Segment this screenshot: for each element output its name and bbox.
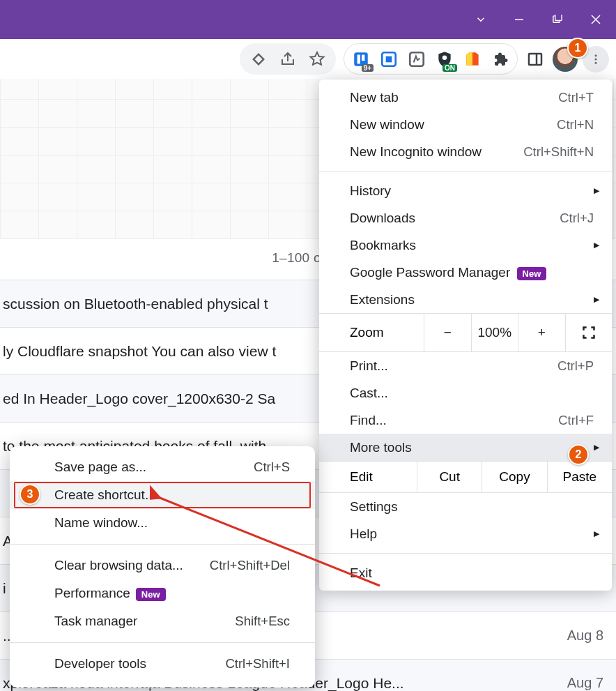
svg-point-14 xyxy=(595,61,597,63)
svg-rect-10 xyxy=(529,54,541,65)
menu-bookmarks[interactable]: Bookmarks xyxy=(319,231,612,259)
callout-3: 3 xyxy=(20,484,40,505)
new-badge: New xyxy=(517,267,547,280)
submenu-performance[interactable]: PerformanceNew xyxy=(10,579,315,607)
submenu-create-shortcut[interactable]: Create shortcut... xyxy=(10,481,315,509)
tab-search-button[interactable] xyxy=(461,6,500,33)
extension-3-icon[interactable] xyxy=(404,47,429,72)
submenu-developer-tools[interactable]: Developer toolsCtrl+Shift+I xyxy=(10,650,315,678)
extension-4-icon[interactable]: ON xyxy=(432,47,457,72)
extension-1-icon[interactable]: 9+ xyxy=(348,47,374,72)
callout-2: 2 xyxy=(568,444,589,465)
extension-2-icon[interactable] xyxy=(376,47,401,72)
menu-new-incognito[interactable]: New Incognito windowCtrl+Shift+N xyxy=(319,138,612,165)
svg-point-12 xyxy=(595,54,597,56)
menu-zoom-row: Zoom − 100% + xyxy=(319,313,612,352)
chrome-main-menu: New tabCtrl+T New windowCtrl+N New Incog… xyxy=(319,79,612,591)
minimize-button[interactable] xyxy=(500,6,538,33)
zoom-out-button[interactable]: − xyxy=(424,314,471,351)
svg-rect-4 xyxy=(357,54,360,63)
zoom-value: 100% xyxy=(471,314,518,351)
submenu-save-page[interactable]: Save page as...Ctrl+S xyxy=(10,453,315,481)
submenu-name-window[interactable]: Name window... xyxy=(10,509,315,537)
extension-1-badge: 9+ xyxy=(362,64,374,72)
menu-history[interactable]: History xyxy=(319,177,612,204)
fullscreen-icon xyxy=(582,326,596,340)
cut-button[interactable]: Cut xyxy=(417,462,482,492)
omnibox-action-cluster xyxy=(240,43,336,75)
submenu-task-manager[interactable]: Task managerShift+Esc xyxy=(10,607,315,635)
zoom-in-button[interactable]: + xyxy=(518,314,565,351)
menu-find[interactable]: Find...Ctrl+F xyxy=(319,407,612,434)
window-titlebar xyxy=(0,0,616,39)
menu-password-manager[interactable]: Google Password Manager New xyxy=(319,259,612,286)
more-vertical-icon xyxy=(590,53,602,66)
chevron-down-icon xyxy=(475,13,487,26)
side-panel-icon[interactable] xyxy=(523,47,548,72)
bookmark-star-icon[interactable] xyxy=(304,46,330,73)
menu-new-window[interactable]: New windowCtrl+N xyxy=(319,111,612,138)
menu-exit[interactable]: Exit xyxy=(319,559,612,586)
svg-rect-1 xyxy=(555,15,562,20)
fullscreen-button[interactable] xyxy=(565,314,613,351)
maximize-button[interactable] xyxy=(538,6,576,33)
svg-point-9 xyxy=(442,55,447,60)
menu-cast[interactable]: Cast... xyxy=(319,379,612,407)
menu-extensions[interactable]: Extensions xyxy=(319,286,612,313)
maximize-icon xyxy=(552,15,562,25)
extensions-cluster: 9+ ON xyxy=(344,43,518,75)
new-badge: New xyxy=(136,588,166,601)
minimize-icon xyxy=(514,15,524,24)
menu-print[interactable]: Print...Ctrl+P xyxy=(319,352,612,379)
menu-downloads[interactable]: DownloadsCtrl+J xyxy=(319,204,612,231)
extension-4-badge: ON xyxy=(442,64,457,72)
extension-5-icon[interactable] xyxy=(460,47,485,72)
svg-point-13 xyxy=(595,58,597,60)
menu-settings[interactable]: Settings xyxy=(319,493,612,520)
menu-help[interactable]: Help xyxy=(319,520,612,547)
svg-rect-7 xyxy=(386,56,392,62)
close-button[interactable] xyxy=(576,6,615,33)
svg-rect-5 xyxy=(362,54,364,61)
lens-icon[interactable] xyxy=(245,46,272,73)
share-icon[interactable] xyxy=(275,46,301,73)
more-tools-submenu: Save page as...Ctrl+S Create shortcut...… xyxy=(10,446,315,688)
submenu-clear-data[interactable]: Clear browsing data...Ctrl+Shift+Del xyxy=(10,552,315,579)
menu-new-tab[interactable]: New tabCtrl+T xyxy=(319,84,612,111)
menu-edit-row: Edit Cut Copy Paste xyxy=(319,461,612,493)
copy-button[interactable]: Copy xyxy=(482,462,546,492)
close-icon xyxy=(590,14,601,25)
paste-button[interactable]: Paste xyxy=(547,462,612,492)
callout-1: 1 xyxy=(567,38,588,59)
extensions-puzzle-icon[interactable] xyxy=(488,47,513,72)
browser-toolbar: 9+ ON xyxy=(0,39,616,79)
